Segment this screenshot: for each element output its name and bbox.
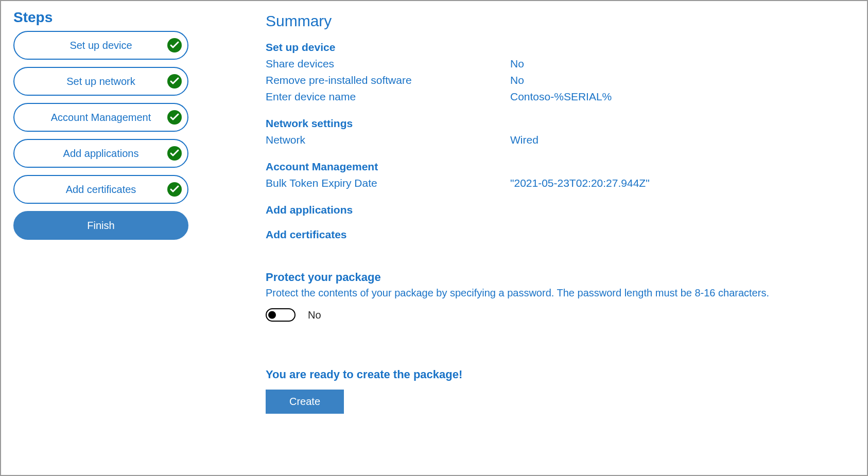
row-value: "2021-05-23T02:20:27.944Z" <box>510 175 650 191</box>
checkmark-icon <box>167 110 182 125</box>
row-value: Wired <box>510 132 539 148</box>
row-value: No <box>510 72 524 89</box>
step-add-applications[interactable]: Add applications <box>13 139 188 168</box>
steps-title: Steps <box>13 9 188 26</box>
row-value: Contoso-%SERIAL% <box>510 89 612 105</box>
step-label: Set up network <box>66 76 135 87</box>
checkmark-icon <box>167 182 182 197</box>
protect-toggle-label: No <box>308 309 321 321</box>
toggle-knob-icon <box>268 311 276 319</box>
step-set-up-device[interactable]: Set up device <box>13 31 188 60</box>
summary-row: Remove pre-installed software No <box>266 72 844 89</box>
summary-row: Network Wired <box>266 132 844 148</box>
row-label: Network <box>266 132 510 148</box>
section-head-add-certificates: Add certificates <box>266 228 844 241</box>
section-head-network-settings: Network settings <box>266 117 844 130</box>
steps-panel: Steps Set up device Set up network Accou… <box>13 9 188 463</box>
protect-package-desc: Protect the contents of your package by … <box>266 287 844 299</box>
step-account-management[interactable]: Account Management <box>13 103 188 132</box>
summary-row: Bulk Token Expiry Date "2021-05-23T02:20… <box>266 175 844 191</box>
row-label: Enter device name <box>266 89 510 105</box>
step-label: Set up device <box>70 40 132 51</box>
checkmark-icon <box>167 38 182 53</box>
row-label: Bulk Token Expiry Date <box>266 175 510 191</box>
summary-panel: Summary Set up device Share devices No R… <box>266 9 855 463</box>
row-value: No <box>510 56 524 72</box>
protect-toggle-row: No <box>266 308 844 322</box>
section-head-account-management: Account Management <box>266 161 844 173</box>
step-add-certificates[interactable]: Add certificates <box>13 175 188 204</box>
step-label: Add certificates <box>66 184 136 196</box>
create-button[interactable]: Create <box>266 390 344 414</box>
app-frame: Steps Set up device Set up network Accou… <box>0 0 868 476</box>
protect-package-head: Protect your package <box>266 271 844 284</box>
checkmark-icon <box>167 74 182 89</box>
step-set-up-network[interactable]: Set up network <box>13 67 188 96</box>
summary-row: Enter device name Contoso-%SERIAL% <box>266 89 844 105</box>
step-label: Account Management <box>51 112 151 124</box>
ready-text: You are ready to create the package! <box>266 368 844 381</box>
row-label: Share devices <box>266 56 510 72</box>
section-head-add-applications: Add applications <box>266 204 844 216</box>
step-label: Add applications <box>63 148 139 160</box>
summary-title: Summary <box>266 12 844 30</box>
row-label: Remove pre-installed software <box>266 72 510 89</box>
step-label: Finish <box>87 220 114 232</box>
protect-toggle[interactable] <box>266 308 296 322</box>
summary-row: Share devices No <box>266 56 844 72</box>
section-head-set-up-device: Set up device <box>266 41 844 54</box>
step-finish[interactable]: Finish <box>13 211 188 240</box>
checkmark-icon <box>167 146 182 161</box>
